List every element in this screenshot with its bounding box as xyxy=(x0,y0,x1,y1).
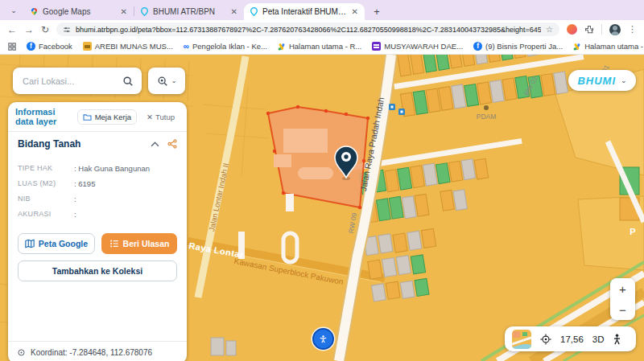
accessibility-person-icon xyxy=(319,333,328,346)
tab-google-maps[interactable]: Google Maps ✕ xyxy=(24,3,134,20)
apps-grid-icon[interactable] xyxy=(8,43,16,51)
toolbar-divider xyxy=(601,24,602,35)
tab-title: Google Maps xyxy=(43,7,116,16)
google-maps-favicon-icon xyxy=(30,7,39,16)
musda-icon xyxy=(372,42,381,51)
map-control-bar: 17,56 3D xyxy=(505,326,636,351)
back-icon[interactable]: ← xyxy=(7,25,17,35)
panel-title: Informasi data layer xyxy=(15,107,72,126)
basemap-thumbnail[interactable] xyxy=(512,330,531,349)
map-icon xyxy=(25,239,35,248)
advanced-search-button[interactable]: ⌄ xyxy=(148,68,185,94)
review-list-icon xyxy=(109,239,119,248)
workspace-folder-icon xyxy=(83,113,92,121)
accessibility-button[interactable] xyxy=(312,328,334,350)
share-icon[interactable] xyxy=(167,139,177,149)
label-p-parking: P xyxy=(630,227,635,236)
locate-icon[interactable] xyxy=(540,334,551,345)
parcel-fields: TIPE HAK: Hak Guna Bangunan LUAS (M2): 6… xyxy=(8,154,187,228)
zoom-out-button[interactable]: − xyxy=(610,299,635,320)
close-panel-button[interactable]: ✕ Tutup xyxy=(142,112,180,122)
bookmark-musyawarah[interactable]: MUSYAWARAH DAE... xyxy=(372,42,463,51)
site-settings-icon[interactable] xyxy=(63,26,71,34)
tab-close-icon[interactable]: ✕ xyxy=(230,7,238,16)
zoom-in-button[interactable]: + xyxy=(610,278,635,299)
field-row: AKURASI: xyxy=(18,210,177,219)
tambah-koleksi-button[interactable]: Tambahkan ke Koleksi xyxy=(18,260,177,281)
tab-close-icon[interactable]: ✕ xyxy=(351,7,359,16)
bookmark-halaman-utama-1[interactable]: Halaman utama - R... xyxy=(278,42,361,51)
coordinate-footer: Koordinat: -7.284648, 112.678076 xyxy=(8,341,187,361)
search-area: ⌄ xyxy=(13,68,185,94)
field-row: TIPE HAK: Hak Guna Bangunan xyxy=(18,164,177,173)
panel-spacer xyxy=(8,281,187,341)
bookmark-halaman-utama-2[interactable]: Halaman utama - R... xyxy=(573,42,644,51)
url-text: bhumi.atrbpn.go.id/peta?bbox=112.6731388… xyxy=(76,26,541,34)
close-icon: ✕ xyxy=(147,113,153,121)
bookmarks-bar: fFacebook AREBI MUNAS MUS... ∞Pengelola … xyxy=(0,39,644,55)
arebi-icon xyxy=(83,42,92,51)
chevron-down-icon: ⌄ xyxy=(171,77,177,84)
reload-icon[interactable]: ↻ xyxy=(41,25,49,35)
info-panel: Informasi data layer Meja Kerja ✕ Tutup … xyxy=(8,102,187,361)
search-box[interactable] xyxy=(13,68,142,94)
extension-orange-icon[interactable] xyxy=(567,24,577,35)
forward-icon[interactable]: → xyxy=(24,25,34,35)
facebook-icon: f xyxy=(27,42,35,51)
tab-title: Peta Interaktif BHUMI ATR/BPN xyxy=(262,7,347,16)
peta-google-button[interactable]: Peta Google xyxy=(18,233,95,254)
profile-avatar[interactable] xyxy=(609,24,621,35)
field-row: LUAS (M2): 6195 xyxy=(18,179,177,188)
bhumi-logo: BHUMI xyxy=(577,75,616,87)
browser-toolbar: ← → ↻ bhumi.atrbpn.go.id/peta?bbox=112.6… xyxy=(0,20,644,39)
search-input[interactable] xyxy=(21,76,118,87)
tab-close-icon[interactable]: ✕ xyxy=(120,7,128,16)
browser-menu-icon[interactable]: ⋮ xyxy=(628,24,637,35)
parcel-notch-road xyxy=(286,194,294,211)
bookmark-arebi[interactable]: AREBI MUNAS MUS... xyxy=(83,42,173,51)
chevron-down-icon: ⌄ xyxy=(621,76,627,84)
3d-mode-button[interactable]: 3D xyxy=(592,334,605,344)
coordinate-target-icon xyxy=(17,348,26,357)
search-plus-icon xyxy=(157,76,168,87)
google-ads-icon xyxy=(573,43,581,51)
tab-title: BHUMI ATR/BPN xyxy=(153,7,226,16)
meta-icon: ∞ xyxy=(184,43,189,51)
zoom-level-value: 17,56 xyxy=(560,334,584,344)
bookmark-bisnis-properti[interactable]: f(9) Bisnis Properti Ja... xyxy=(473,42,563,51)
bookmark-pengelola-iklan[interactable]: ∞Pengelola Iklan - Ke... xyxy=(184,42,267,51)
zoom-controls: + − xyxy=(610,278,635,320)
collapse-chevron-up-icon[interactable] xyxy=(151,142,159,147)
beri-ulasan-button[interactable]: Beri Ulasan xyxy=(101,233,177,254)
building xyxy=(211,338,224,355)
facebook-icon: f xyxy=(473,42,482,51)
bookmark-facebook[interactable]: fFacebook xyxy=(27,42,72,51)
new-tab-button[interactable]: + xyxy=(369,4,384,18)
bookmark-star-icon[interactable]: ☆ xyxy=(546,25,553,34)
pdam-poi-dot xyxy=(484,105,489,110)
section-title: Bidang Tanah xyxy=(18,138,151,150)
bhumi-favicon-icon xyxy=(140,7,149,16)
field-row: NIB: xyxy=(18,195,177,203)
tab-peta-interaktif-active[interactable]: Peta Interaktif BHUMI ATR/BPN ✕ xyxy=(244,3,365,20)
building xyxy=(226,341,236,355)
label-pdam: PDAM xyxy=(477,113,497,121)
url-bar[interactable]: bhumi.atrbpn.go.id/peta?bbox=112.6731388… xyxy=(56,23,559,36)
google-ads-icon xyxy=(278,43,286,51)
pegman-icon[interactable] xyxy=(613,334,621,345)
search-icon[interactable] xyxy=(122,76,134,87)
tab-bhumi[interactable]: BHUMI ATR/BPN ✕ xyxy=(134,3,244,20)
bhumi-favicon-icon xyxy=(250,7,258,16)
meja-kerja-button[interactable]: Meja Kerja xyxy=(77,109,137,125)
bhumi-logo-button[interactable]: BHUMI ⌄ xyxy=(568,70,636,91)
extensions-puzzle-icon[interactable] xyxy=(584,25,594,35)
tab-strip: ⌄ Google Maps ✕ BHUMI ATR/BPN ✕ Peta Int… xyxy=(0,0,644,20)
tab-search-chevron-icon[interactable]: ⌄ xyxy=(6,3,21,18)
coordinate-text: Koordinat: -7.284648, 112.678076 xyxy=(31,348,152,357)
